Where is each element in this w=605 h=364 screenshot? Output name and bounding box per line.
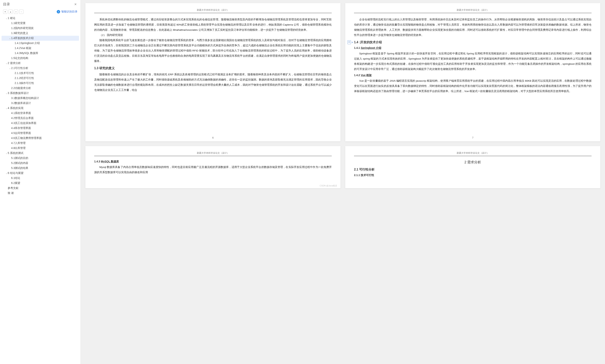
toc-item-label: 4.2管理员后台界面	[11, 117, 34, 120]
toc-item-label: 6.1结论	[11, 176, 20, 180]
toc-item[interactable]: 2.1.1技术可行性	[1, 71, 79, 76]
toc-item[interactable]: ⌄6 结论与展望	[1, 171, 79, 176]
toc-item[interactable]: 参考文献	[1, 186, 79, 191]
toc-item[interactable]: 致 谢	[1, 191, 79, 196]
toc-item[interactable]: 5.2测试的内容	[1, 161, 79, 166]
body-paragraph: 随着我国电商系统平台的飞速发展也进一步推动了物资仓储物流管理系统的变革，与西方很…	[94, 38, 332, 64]
chevron-down-icon[interactable]: ⌄	[8, 37, 11, 39]
page-insert-icon[interactable]: ▾	[348, 40, 353, 44]
toc-item[interactable]: 3.2数据库表设计	[1, 101, 79, 106]
toc-item-label: 4 系统的实现	[8, 106, 24, 110]
toc-item[interactable]: 3.1数据库概念结构设计	[1, 96, 79, 101]
smart-toc-button[interactable]: ≡ 智能识别目录	[57, 10, 77, 13]
toc-item[interactable]: 1.2国内外研究现状	[1, 26, 79, 31]
toc-item-label: 1.1研究背景	[11, 22, 26, 25]
toc-item[interactable]: ⌄1.4开发的技术介绍	[1, 36, 79, 41]
page-8: 新疆大学本科毕业论文（设计） 1.4.3 MySQL 数据库 Mysql 数据库…	[85, 146, 341, 188]
toc-item[interactable]: 1.4.1Springboot 介绍	[1, 41, 79, 46]
toc-item-label: 1.2国内外研究现状	[11, 26, 34, 30]
toc-item[interactable]: 1.4.3MySQL 数据库	[1, 51, 79, 56]
chevron-down-icon[interactable]: ⌄	[5, 92, 8, 94]
toc-item-label: 1.4.3MySQL 数据库	[15, 52, 38, 55]
toc-item[interactable]: 2.2功能需求分析	[1, 86, 79, 91]
running-header: 新疆大学本科毕业论文（设计）	[354, 8, 592, 12]
toc-item-label: 6 结论与展望	[8, 171, 24, 175]
toc-item-label: 1.4.2Vue 框架	[15, 47, 31, 50]
body-paragraph: Mysql 数据库具备了内存占用率低且数据响应速度快的特性，同时也是目前应用最广…	[94, 165, 332, 175]
toc-item[interactable]: ⌄4 系统的实现	[1, 106, 79, 111]
body-paragraph: Springboot 框架是基于 Spring 框架开发设计的一款快速开发空间，…	[354, 51, 592, 72]
toc-item[interactable]: 4.3员工信息添加界面	[1, 121, 79, 126]
toc-item-label: 4.8出库管理	[11, 146, 26, 150]
toc-item[interactable]: 4.6员工物流费用管理界面	[1, 136, 79, 141]
toc-item[interactable]: ⌄3 系统数据库设计	[1, 91, 79, 96]
smart-toc-label: 智能识别目录	[61, 10, 77, 13]
toc-item[interactable]: 4.1系统登录界面	[1, 111, 79, 116]
toc-item[interactable]: 6.2展望	[1, 181, 79, 186]
add-icon[interactable]: ＋	[14, 10, 18, 14]
toc-item[interactable]: 1.1研究背景	[1, 21, 79, 26]
toc-item[interactable]: 6.1结论	[1, 176, 79, 181]
toc-item[interactable]: 4.8出库管理	[1, 146, 79, 151]
toc-item-label: 1.4开发的技术介绍	[11, 37, 34, 40]
toc-item-label: 4.7入库管理	[11, 142, 26, 145]
toc-item-label: 3 系统数据库设计	[8, 91, 29, 95]
toc-item-label: 2 需求分析	[8, 62, 21, 65]
toc-item[interactable]: 4.5合同管理界面	[1, 131, 79, 136]
toc-item[interactable]: 1.3研究的意义	[1, 31, 79, 36]
watermark: CSDN @Java精灵	[320, 184, 337, 187]
expand-all-icon[interactable]: ▴	[8, 10, 13, 14]
heading-1-4: ▾ 1.4 开发的技术介绍	[354, 40, 592, 44]
chevron-down-icon[interactable]: ⌄	[5, 17, 8, 20]
close-icon[interactable]: ✕	[73, 2, 77, 6]
toc-item-label: 4.1系统登录界面	[11, 111, 31, 115]
body-paragraph: 系统来优化调整传统的物流仓储管理模式，通过供应链资源整合的方式来实现系统化的仓储…	[94, 17, 332, 32]
toc-item-label: 参考文献	[8, 186, 18, 190]
toc-item[interactable]: 4.7入库管理	[1, 141, 79, 146]
toc-item-label: 2.1.1技术可行性	[15, 71, 34, 75]
chevron-down-icon[interactable]: ⌄	[8, 67, 11, 70]
toc-item[interactable]: ⌄2.1可行性分析	[1, 66, 79, 71]
chevron-down-icon[interactable]: ⌄	[5, 62, 8, 65]
toc-item-label: 1.4.1Springboot 介绍	[15, 41, 40, 45]
heading-1-4-2: 1.4.2 Vue 框架	[354, 74, 592, 77]
toc-item-label: 3.1数据库概念结构设计	[11, 96, 39, 100]
collapse-all-icon[interactable]: ▾	[3, 10, 7, 14]
toc-item-label: 5 系统的测试	[8, 151, 24, 155]
toc-item[interactable]: 1.4.2Vue 框架	[1, 46, 79, 51]
toc-item-label: 4.4库存管理界面	[11, 127, 31, 130]
toc-item-label: 2.2功能需求分析	[11, 87, 31, 90]
toc-item-label: 致 谢	[8, 191, 14, 195]
toc-item[interactable]: 4.4库存管理界面	[1, 126, 79, 131]
body-paragraph: 随着物资仓储物流的企业及业务的不断扩张，现有的依托 ERP 系统以及表格管理的运…	[94, 72, 332, 93]
toc-title: 目录	[3, 2, 10, 7]
chevron-down-icon[interactable]: ⌄	[5, 172, 8, 174]
toc-item[interactable]: ⌄2 需求分析	[1, 61, 79, 66]
smart-toc-icon: ≡	[57, 10, 60, 13]
remove-icon[interactable]: －	[19, 10, 24, 14]
page-6: 新疆大学本科毕业论文（设计） 系统来优化调整传统的物流仓储管理模式，通过供应链资…	[85, 3, 341, 142]
heading-2-1-1: 2.1.1 技术可行性	[354, 174, 592, 177]
toc-item-label: 2.1可行性分析	[11, 66, 28, 70]
running-header: 新疆大学本科毕业论文（设计）	[94, 8, 332, 12]
toc-item-label: 6.2展望	[11, 182, 20, 185]
text-cursor	[360, 41, 360, 44]
toc-item[interactable]: ⌄1 绪论	[1, 16, 79, 21]
toc-item[interactable]: 1.5论文的结构	[1, 56, 79, 61]
document-area[interactable]: 新疆大学本科毕业论文（设计） 系统来优化调整传统的物流仓储管理模式，通过供应链资…	[81, 0, 605, 364]
chevron-down-icon[interactable]: ⌄	[5, 152, 8, 155]
page-9: 新疆大学本科毕业论文（设计） 2 需求分析 2.1 可行性分析 2.1.1 技术…	[345, 146, 600, 188]
toc-item-label: 4.6员工物流费用管理界面	[11, 136, 42, 140]
toc-item[interactable]: 2.1.3操作可行性	[1, 81, 79, 86]
toc-item[interactable]: 5.3测试的结果	[1, 166, 79, 171]
body-paragraph: Vue 是一款轻量级的基于 JAVA 编程语言实现的 javascrip 框架结…	[354, 78, 592, 94]
heading-1-4-1: 1.4.1 Springboot 介绍	[354, 46, 592, 50]
heading-chapter-2: 2 需求分析	[354, 160, 592, 165]
toc-item[interactable]: ⌄5 系统的测试	[1, 151, 79, 156]
subheading-domestic: （2） 国内研究现状	[94, 32, 332, 38]
toc-item[interactable]: 4.2管理员后台界面	[1, 116, 79, 121]
page-number: 7	[345, 136, 600, 139]
toc-item[interactable]: 5.1测试的目的	[1, 156, 79, 161]
toc-item[interactable]: 2.1.2经济可行性	[1, 76, 79, 81]
chevron-down-icon[interactable]: ⌄	[5, 107, 8, 110]
